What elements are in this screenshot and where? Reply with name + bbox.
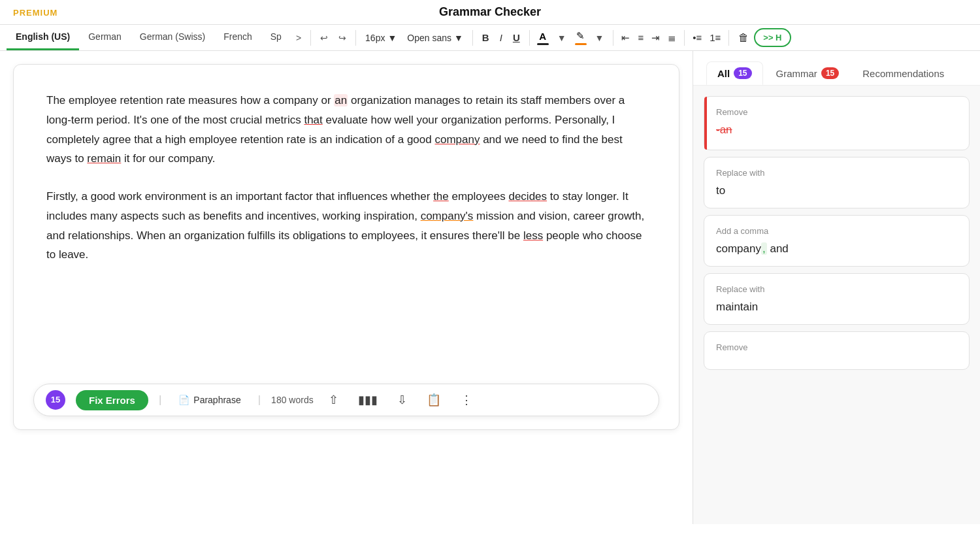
bar-chart-button[interactable]: ▮▮▮ (353, 389, 382, 410)
comma-visual: , (761, 242, 767, 255)
lang-tab-sp[interactable]: Sp (261, 25, 291, 50)
highlight-color-button[interactable]: ✎ (572, 28, 590, 47)
paraphrase-icon: 📄 (178, 395, 189, 405)
redo-button[interactable]: ↪ (333, 29, 351, 47)
separator-6 (684, 30, 685, 46)
separator-7 (728, 30, 729, 46)
font-size-dropdown[interactable]: 16px ▼ (360, 29, 402, 46)
paraphrase-button[interactable]: 📄 Paraphrase (172, 391, 247, 408)
error-decides: decides (508, 190, 547, 203)
font-color-button[interactable]: A (534, 29, 552, 47)
tabs-row: All 15 Grammar 15 Recommendations (693, 51, 980, 86)
premium-label: PREMIUM (13, 7, 57, 17)
paraphrase-label: Paraphrase (193, 395, 240, 405)
bold-button[interactable]: B (477, 29, 495, 46)
card-old-text: -an (716, 124, 957, 137)
error-the: the (433, 190, 449, 203)
paragraph-2: Firstly, a good work environment is an i… (46, 187, 646, 265)
suggestions-list: Remove -an Replace with to Add a comma c… (693, 86, 980, 380)
tab-all[interactable]: All 15 (706, 61, 763, 85)
tab-recommendations[interactable]: Recommendations (852, 63, 955, 84)
lang-tab-german[interactable]: German (79, 25, 131, 50)
card-new-text-comma: company, and (716, 242, 957, 256)
language-toolbar: English (US) German German (Swiss) Frenc… (0, 25, 980, 51)
tab-grammar-badge: 15 (821, 67, 839, 79)
align-right-button[interactable]: ⇥ (647, 29, 664, 47)
editor-box[interactable]: The employee retention rate measures how… (13, 64, 679, 430)
card-new-text-to: to (716, 184, 957, 197)
tab-recommendations-label: Recommendations (862, 68, 944, 79)
bottom-toolbar: 15 Fix Errors | 📄 Paraphrase | 180 words… (33, 384, 659, 416)
tab-all-label: All (717, 68, 730, 79)
separator-3 (472, 30, 473, 46)
suggestion-remove-an[interactable]: Remove -an (704, 96, 970, 150)
lang-tab-english-us[interactable]: English (US) (7, 25, 79, 50)
more-options-button[interactable]: ⋮ (456, 389, 477, 410)
error-that: that (304, 114, 322, 126)
suggestion-replace-to[interactable]: Replace with to (704, 157, 970, 208)
chevron-up-button[interactable]: ⇧ (324, 389, 343, 410)
error-less: less (523, 229, 543, 242)
word-count: 180 words (271, 392, 314, 408)
highlight-icon: ✎ (576, 30, 585, 42)
align-justify-button[interactable]: ≣ (664, 29, 680, 47)
fix-errors-button[interactable]: Fix Errors (76, 390, 148, 410)
copy-button[interactable]: 📋 (422, 389, 446, 410)
suggestion-remove-extra[interactable]: Remove (704, 331, 970, 370)
italic-button[interactable]: I (495, 29, 508, 46)
font-size-chevron: ▼ (387, 33, 397, 43)
align-left-button[interactable]: ⇤ (617, 29, 634, 47)
card-label-replace-maintain: Replace with (716, 284, 957, 294)
font-family-value: Open sans (407, 33, 451, 43)
top-bar: PREMIUM Grammar Checker (0, 0, 980, 25)
card-accent (704, 97, 707, 150)
card-label-remove: Remove (716, 107, 957, 117)
download-button[interactable]: ⇩ (393, 389, 412, 410)
separator2: | (258, 390, 261, 410)
error-count-badge: 15 (46, 390, 65, 410)
separator: | (159, 390, 161, 410)
tab-grammar-label: Grammar (776, 68, 817, 79)
delete-button[interactable]: 🗑 (733, 29, 754, 47)
card-label-comma: Add a comma (716, 226, 957, 236)
lang-tab-french[interactable]: French (214, 25, 261, 50)
tab-all-badge: 15 (734, 67, 751, 79)
font-size-value: 16px (365, 33, 385, 43)
expand-button[interactable]: >> H (754, 28, 791, 47)
card-label-remove-extra: Remove (716, 342, 957, 352)
suggestion-replace-maintain[interactable]: Replace with maintain (704, 273, 970, 325)
separator-5 (613, 30, 613, 46)
error-an: an (334, 94, 348, 107)
editor-area: The employee retention rate measures how… (0, 51, 693, 524)
suggestion-add-comma[interactable]: Add a comma company, and (704, 215, 970, 267)
error-remain: remain (87, 152, 121, 165)
separator-2 (355, 30, 356, 46)
numbered-list-button[interactable]: 1≡ (706, 29, 725, 46)
card-label-replace-to: Replace with (716, 168, 957, 178)
error-companys: company's (421, 210, 474, 222)
font-family-chevron: ▼ (454, 33, 463, 43)
more-languages-button[interactable]: > (291, 29, 306, 47)
font-color-indicator (537, 43, 549, 45)
main-layout: The employee retention rate measures how… (0, 51, 980, 524)
separator-1 (310, 30, 311, 46)
separator-4 (529, 30, 530, 46)
align-center-button[interactable]: ≡ (634, 29, 647, 46)
font-color-dropdown[interactable]: ▼ (552, 29, 572, 47)
font-family-dropdown[interactable]: Open sans ▼ (402, 29, 468, 46)
page-title: Grammar Checker (439, 5, 541, 19)
paragraph-1: The employee retention rate measures how… (46, 91, 646, 169)
lang-tab-german-swiss[interactable]: German (Swiss) (131, 25, 214, 50)
font-color-icon: A (539, 31, 546, 42)
undo-button[interactable]: ↩ (315, 29, 333, 47)
error-company: company (434, 133, 480, 146)
card-new-text-maintain: maintain (716, 301, 957, 314)
highlight-color-indicator (575, 43, 587, 45)
highlight-color-dropdown[interactable]: ▼ (590, 29, 610, 47)
underline-button[interactable]: U (508, 29, 525, 46)
bullet-list-button[interactable]: •≡ (689, 29, 706, 46)
right-panel: All 15 Grammar 15 Recommendations Remove… (693, 51, 980, 524)
tab-grammar[interactable]: Grammar 15 (766, 62, 850, 84)
